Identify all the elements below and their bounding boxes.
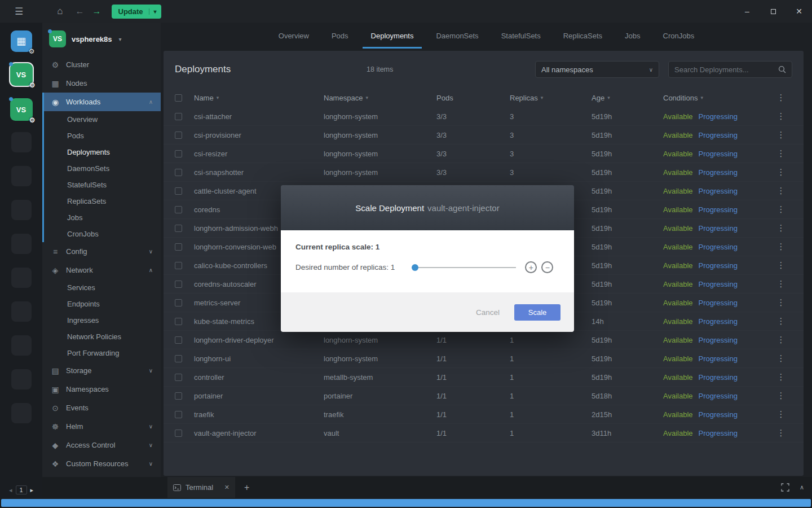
sidebar-item-nodes[interactable]: ▦Nodes <box>42 74 161 93</box>
row-checkbox[interactable] <box>175 411 182 418</box>
terminal-tab[interactable]: Terminal ✕ <box>167 477 235 498</box>
cluster-tile[interactable]: VS ⚙ <box>10 98 33 121</box>
row-checkbox[interactable] <box>175 374 182 381</box>
row-checkbox[interactable] <box>175 336 182 344</box>
close-terminal-icon[interactable]: ✕ <box>224 484 230 491</box>
table-row[interactable]: vault-agent-injectorvault1/113d11hAvaila… <box>164 424 804 443</box>
minimize-button[interactable]: – <box>734 0 760 23</box>
rail-placeholder-tile[interactable] <box>11 369 32 389</box>
sidebar-subitem-jobs[interactable]: Jobs <box>42 209 161 226</box>
rail-placeholder-tile[interactable] <box>11 132 32 152</box>
row-menu-icon[interactable]: ⋮ <box>770 409 792 419</box>
table-row[interactable]: controllermetallb-system1/115d19hAvailab… <box>164 368 804 387</box>
table-row[interactable]: csi-resizerlonghorn-system3/335d19hAvail… <box>164 144 804 163</box>
row-checkbox[interactable] <box>175 392 182 400</box>
sidebar-subitem-port-forwarding[interactable]: Port Forwarding <box>42 345 161 361</box>
column-header-replicas[interactable]: Replicas▾ <box>510 94 592 102</box>
row-menu-icon[interactable]: ⋮ <box>770 204 792 214</box>
column-header-name[interactable]: Name▾ <box>194 94 324 102</box>
horizontal-scrollbar-thumb[interactable] <box>1 499 811 507</box>
rail-placeholder-tile[interactable] <box>11 200 32 220</box>
row-menu-icon[interactable]: ⋮ <box>770 428 792 438</box>
row-checkbox[interactable] <box>175 281 182 288</box>
column-header-namespace[interactable]: Namespace▾ <box>324 94 436 102</box>
tab-deployments[interactable]: Deployments <box>363 23 422 49</box>
select-all-checkbox[interactable] <box>175 94 182 102</box>
row-menu-icon[interactable]: ⋮ <box>770 353 792 364</box>
slider-handle[interactable] <box>412 264 418 271</box>
forward-icon[interactable]: → <box>92 6 102 16</box>
home-icon[interactable]: ⌂ <box>57 6 63 17</box>
replica-slider[interactable] <box>412 264 516 271</box>
rail-placeholder-tile[interactable] <box>11 268 32 288</box>
search-input[interactable] <box>674 65 778 74</box>
row-checkbox[interactable] <box>175 262 182 269</box>
row-menu-icon[interactable]: ⋮ <box>770 111 792 121</box>
rail-placeholder-tile[interactable] <box>11 403 32 423</box>
column-header-pods[interactable]: Pods <box>436 94 510 102</box>
row-checkbox[interactable] <box>175 187 182 195</box>
row-checkbox[interactable] <box>175 169 182 176</box>
cluster-tile-active[interactable]: VS ⚙ <box>10 63 33 86</box>
sidebar-subitem-pods[interactable]: Pods <box>42 128 161 144</box>
row-menu-icon[interactable]: ⋮ <box>770 391 792 401</box>
row-menu-icon[interactable]: ⋮ <box>770 148 792 159</box>
table-row[interactable]: csi-provisionerlonghorn-system3/335d19hA… <box>164 126 804 144</box>
rail-placeholder-tile[interactable] <box>11 301 32 322</box>
row-checkbox[interactable] <box>175 243 182 251</box>
row-menu-icon[interactable]: ⋮ <box>770 260 792 270</box>
search-box[interactable] <box>668 61 792 78</box>
sidebar-subitem-services[interactable]: Services <box>42 279 161 296</box>
rail-placeholder-tile[interactable] <box>11 166 32 186</box>
sidebar-subitem-daemonsets[interactable]: DaemonSets <box>42 160 161 177</box>
sidebar-subitem-ingresses[interactable]: Ingresses <box>42 312 161 329</box>
tab-statefulsets[interactable]: StatefulSets <box>493 23 549 49</box>
sidebar-subitem-statefulsets[interactable]: StatefulSets <box>42 177 161 193</box>
update-caret-icon[interactable]: ▾ <box>149 8 161 15</box>
column-header-conditions[interactable]: Conditions▾ <box>663 94 770 102</box>
sidebar-item-workloads[interactable]: ◉Workloads∧ <box>42 93 161 111</box>
add-terminal-button[interactable]: + <box>244 483 249 493</box>
sidebar-subitem-network-policies[interactable]: Network Policies <box>42 329 161 345</box>
row-menu-icon[interactable]: ⋮ <box>770 130 792 140</box>
tab-overview[interactable]: Overview <box>270 23 317 49</box>
row-menu-icon[interactable]: ⋮ <box>770 279 792 289</box>
table-row[interactable]: portainerportainer1/115d18hAvailableProg… <box>164 387 804 405</box>
table-row[interactable]: traefiktraefik1/112d15hAvailableProgress… <box>164 405 804 424</box>
sidebar-subitem-endpoints[interactable]: Endpoints <box>42 296 161 312</box>
row-menu-icon[interactable]: ⋮ <box>770 316 792 326</box>
row-checkbox[interactable] <box>175 299 182 306</box>
sidebar-item-access-control[interactable]: ◆Access Control∨ <box>42 436 161 454</box>
row-checkbox[interactable] <box>175 206 182 213</box>
collapse-dock-icon[interactable]: ∧ <box>800 484 804 491</box>
scale-button[interactable]: Scale <box>514 304 561 321</box>
sidebar-item-namespaces[interactable]: ▣Namespaces <box>42 380 161 398</box>
sidebar-item-config[interactable]: ≡Config∨ <box>42 242 161 261</box>
tab-cronjobs[interactable]: CronJobs <box>655 23 703 49</box>
row-menu-icon[interactable]: ⋮ <box>770 223 792 233</box>
sidebar-item-storage[interactable]: ▤Storage∨ <box>42 361 161 380</box>
sidebar-item-events[interactable]: ⊙Events <box>42 398 161 417</box>
catalog-button[interactable]: ▦ ⚙ <box>11 30 32 52</box>
row-menu-icon[interactable]: ⋮ <box>770 297 792 308</box>
row-menu-icon[interactable]: ⋮ <box>770 335 792 345</box>
page-next-icon[interactable]: ▸ <box>30 487 34 494</box>
row-checkbox[interactable] <box>175 113 182 120</box>
row-checkbox[interactable] <box>175 132 182 139</box>
sidebar-subitem-deployments[interactable]: Deployments <box>42 144 161 160</box>
table-row[interactable]: csi-attacherlonghorn-system3/335d19hAvai… <box>164 107 804 126</box>
row-menu-icon[interactable]: ⋮ <box>770 186 792 196</box>
slider-track[interactable] <box>412 267 516 268</box>
row-checkbox[interactable] <box>175 318 182 325</box>
rail-placeholder-tile[interactable] <box>11 335 32 356</box>
sidebar-item-custom-resources[interactable]: ❖Custom Resources∨ <box>42 454 161 473</box>
tab-daemonsets[interactable]: DaemonSets <box>427 23 487 49</box>
sidebar-subitem-overview[interactable]: Overview <box>42 111 161 128</box>
increment-button[interactable]: + <box>525 261 537 273</box>
tab-pods[interactable]: Pods <box>323 23 357 49</box>
sidebar-subitem-replicasets[interactable]: ReplicaSets <box>42 193 161 209</box>
maximize-button[interactable] <box>760 0 786 23</box>
sidebar-item-cluster[interactable]: ⚙Cluster <box>42 55 161 74</box>
row-menu-icon[interactable]: ⋮ <box>770 242 792 252</box>
table-row[interactable]: longhorn-driver-deployerlonghorn-system1… <box>164 331 804 349</box>
